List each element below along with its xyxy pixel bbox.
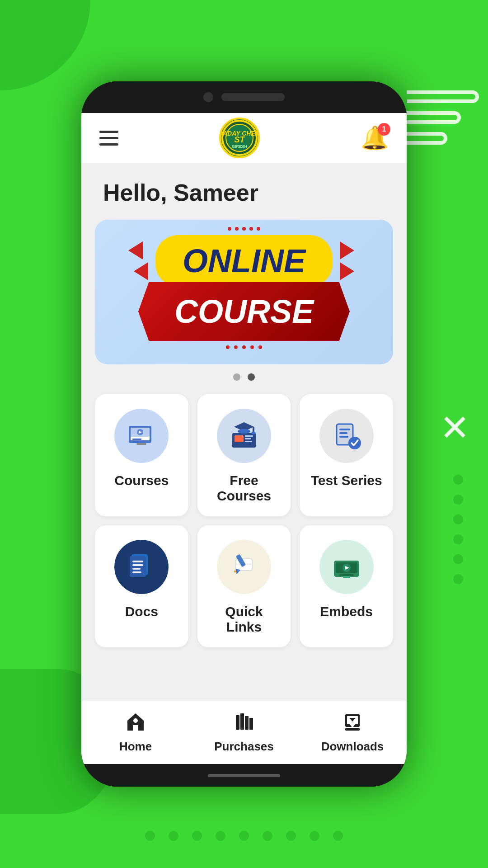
svg-rect-30 [132, 561, 143, 562]
courses-icon-circle [114, 409, 169, 463]
nav-item-purchases[interactable]: Purchases [190, 712, 298, 754]
phone-camera [203, 92, 213, 102]
svg-rect-25 [339, 432, 347, 434]
svg-rect-29 [130, 556, 146, 577]
embeds-label: Embeds [320, 604, 373, 619]
phone-bottom-bar [81, 764, 407, 787]
quick-links-icon [228, 551, 260, 583]
app-logo[interactable]: SADAY CHEM ST GIRIDIH [219, 118, 260, 158]
purchases-icon [234, 712, 254, 736]
svg-point-19 [238, 429, 250, 434]
courses-label: Courses [114, 473, 169, 488]
banner-yellow-band: ONLINE [155, 235, 333, 287]
svg-rect-11 [132, 441, 139, 443]
grid-row-1: Courses [95, 394, 393, 516]
nav-item-home[interactable]: Home [81, 712, 190, 754]
bg-dots-right [453, 475, 463, 584]
greeting-text: Hello, Sameer [103, 179, 385, 206]
purchases-nav-label: Purchases [214, 740, 274, 754]
svg-text:GIRIDIH: GIRIDIH [232, 144, 247, 149]
home-nav-label: Home [119, 740, 152, 754]
svg-rect-17 [245, 441, 252, 442]
hamburger-line-2 [99, 137, 118, 139]
dot-2 [248, 373, 255, 381]
svg-rect-31 [132, 564, 143, 566]
quick-links-label: Quick Links [206, 604, 282, 635]
bg-dots-bottom [145, 831, 343, 841]
svg-rect-16 [245, 438, 251, 439]
svg-rect-26 [339, 436, 348, 438]
embeds-icon [330, 551, 363, 583]
quick-links-icon-circle [217, 540, 271, 594]
bg-decoration-topleft [0, 0, 90, 90]
banner-line1: ONLINE [183, 243, 305, 279]
grid-item-free-courses[interactable]: Free Courses [197, 394, 291, 516]
phone-shell: SADAY CHEM ST GIRIDIH 🔔 1 Hello, Sameer [81, 81, 407, 787]
notification-bell-wrapper[interactable]: 🔔 1 [361, 125, 389, 151]
phone-speaker [221, 93, 285, 101]
banner-content: ONLINE COURSE [128, 235, 360, 349]
svg-text:ST: ST [234, 135, 245, 144]
banner-line2: COURSE [174, 293, 314, 330]
notification-badge: 1 [378, 123, 390, 136]
grid-item-courses[interactable]: Courses [95, 394, 188, 516]
docs-icon-circle [114, 540, 169, 594]
hamburger-line-3 [99, 143, 118, 146]
svg-rect-48 [236, 715, 239, 730]
svg-rect-46 [133, 725, 138, 731]
svg-rect-38 [234, 570, 236, 572]
app-header: SADAY CHEM ST GIRIDIH 🔔 1 [81, 113, 407, 163]
hamburger-line-1 [99, 131, 118, 133]
test-series-label: Test Series [311, 473, 382, 488]
docs-icon [125, 551, 158, 583]
free-courses-label: Free Courses [206, 473, 282, 504]
svg-point-21 [251, 432, 256, 434]
svg-rect-55 [345, 728, 360, 731]
banner-container[interactable]: ONLINE COURSE [95, 220, 393, 364]
free-courses-icon [228, 420, 260, 452]
dot-1 [233, 373, 240, 381]
phone-top-bar [81, 81, 407, 113]
hamburger-menu[interactable] [99, 131, 118, 146]
svg-rect-32 [132, 568, 141, 570]
free-courses-icon-circle [217, 409, 271, 463]
grid-row-2: Docs Quic [95, 525, 393, 647]
screen: SADAY CHEM ST GIRIDIH 🔔 1 Hello, Sameer [81, 113, 407, 764]
svg-rect-10 [132, 439, 141, 440]
home-indicator [208, 774, 280, 777]
banner-red-shape: COURSE [138, 282, 350, 349]
banner-left-decor [128, 241, 148, 280]
greeting-section: Hello, Sameer [81, 163, 407, 215]
bg-x-decoration: ✕ [440, 407, 470, 449]
svg-rect-43 [339, 574, 354, 576]
grid-section: Courses [81, 385, 407, 701]
docs-label: Docs [125, 604, 158, 619]
bg-waves [407, 90, 479, 145]
test-series-icon [330, 420, 363, 452]
grid-item-embeds[interactable]: Embeds [300, 525, 393, 647]
downloads-nav-label: Downloads [321, 740, 384, 754]
test-series-icon-circle [319, 409, 374, 463]
grid-item-quick-links[interactable]: Quick Links [197, 525, 291, 647]
svg-rect-33 [132, 571, 141, 573]
bottom-navigation: Home Purchases [81, 701, 407, 764]
downloads-icon [343, 712, 362, 736]
svg-point-47 [133, 718, 138, 723]
courses-icon [125, 420, 158, 452]
banner-right-decor [340, 241, 360, 280]
svg-rect-14 [235, 435, 244, 442]
logo-svg: SADAY CHEM ST GIRIDIH [221, 120, 258, 156]
svg-rect-50 [245, 716, 249, 730]
banner-dots [81, 373, 407, 381]
svg-rect-24 [339, 429, 350, 430]
svg-rect-49 [240, 713, 244, 730]
svg-rect-44 [343, 576, 350, 578]
embeds-icon-circle [319, 540, 374, 594]
svg-rect-12 [136, 443, 146, 445]
svg-rect-15 [245, 435, 253, 437]
nav-item-downloads[interactable]: Downloads [298, 712, 407, 754]
grid-item-test-series[interactable]: Test Series [300, 394, 393, 516]
home-icon [126, 712, 145, 736]
grid-item-docs[interactable]: Docs [95, 525, 188, 647]
svg-rect-51 [249, 718, 253, 730]
